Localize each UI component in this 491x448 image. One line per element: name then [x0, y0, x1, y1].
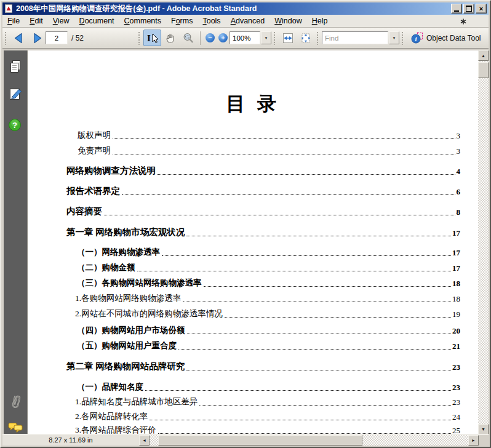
- toolbar-grip[interactable]: [316, 31, 319, 45]
- toc-page-number: 23: [452, 383, 460, 393]
- toc-page-number: 3: [457, 146, 461, 156]
- dot-leader: [158, 174, 455, 175]
- page-size-label: 8.27 x 11.69 in: [2, 436, 139, 444]
- object-data-tool-label: Object Data Tool: [426, 34, 481, 42]
- minimize-button[interactable]: [451, 4, 462, 14]
- toc-entry-label: 1.品牌知名度与品牌城市地区差异: [75, 396, 198, 407]
- toc-page-number: 25: [452, 426, 460, 434]
- toc-row: （五）购物网站用户重合度21: [77, 339, 460, 351]
- toc-page-number: 3: [457, 131, 461, 141]
- toc-entry-label: 版权声明: [78, 130, 111, 141]
- scroll-right-button[interactable]: ►: [468, 435, 479, 446]
- horizontal-scroll-track[interactable]: [150, 435, 468, 446]
- minus-icon: −: [208, 34, 212, 41]
- scroll-down-icon: ▼: [481, 427, 485, 431]
- toc-row: 1.各购物网站网络购物渗透率18: [75, 292, 460, 304]
- svg-text:I: I: [147, 33, 151, 43]
- fit-width-button[interactable]: [279, 30, 297, 46]
- fit-page-button[interactable]: [297, 30, 314, 46]
- document-page: 目 录 版权声明3 免责声明3 网络购物调查方法说明4 报告术语界定6 内容摘要…: [28, 50, 478, 434]
- toc-page-number: 8: [457, 207, 461, 217]
- menu-document[interactable]: Document: [74, 15, 119, 26]
- scroll-left-button[interactable]: ◄: [139, 435, 150, 446]
- toc-entry-label: 2.各网站品牌转化率: [75, 411, 148, 422]
- toc-entry-label: 2.网站在不同城市的网络购物渗透率情况: [75, 308, 223, 319]
- toc-row: （三）各购物网站网络购物渗透率18: [77, 276, 460, 289]
- pages-panel-button[interactable]: [8, 59, 23, 78]
- toc-page-number: 23: [452, 362, 460, 372]
- dot-leader: [186, 236, 451, 236]
- toc-entry-label: （二）购物金额: [77, 262, 135, 273]
- menu-advanced[interactable]: Advanced: [226, 15, 270, 26]
- vertical-scroll-thumb[interactable]: [478, 62, 489, 78]
- toc-entry-label: 报告术语界定: [66, 185, 120, 197]
- horizontal-scroll-thumb[interactable]: [158, 435, 362, 446]
- asterisk-icon: [460, 18, 466, 26]
- scroll-right-icon: ►: [471, 438, 476, 442]
- toc-entry-label: 免责声明: [78, 145, 111, 156]
- maximize-button[interactable]: [463, 4, 474, 14]
- menu-forms[interactable]: Forms: [166, 15, 198, 26]
- menu-bar: File Edit View Document Comments Forms T…: [2, 15, 489, 28]
- menu-window[interactable]: Window: [269, 15, 306, 26]
- hand-tool-icon: [164, 32, 177, 44]
- find-dropdown-button[interactable]: ▼: [389, 31, 399, 44]
- dot-leader: [150, 420, 451, 420]
- dot-leader: [187, 334, 452, 334]
- select-tool-button[interactable]: I: [143, 30, 161, 46]
- menu-edit[interactable]: Edit: [25, 15, 48, 26]
- zoom-dropdown-button[interactable]: ▼: [261, 31, 271, 44]
- acrobat-window: 2008年中国网络购物调查研究报告(全).pdf - Adobe Acrobat…: [0, 0, 491, 448]
- title-bar[interactable]: 2008年中国网络购物调查研究报告(全).pdf - Adobe Acrobat…: [2, 2, 489, 15]
- menu-help[interactable]: Help: [307, 15, 333, 26]
- scroll-left-icon: ◄: [142, 438, 146, 442]
- zoom-out-button[interactable]: −: [206, 33, 215, 42]
- vertical-scroll-track[interactable]: [478, 61, 489, 424]
- toc-row: 1.品牌知名度与品牌城市地区差异23: [75, 395, 460, 407]
- toolbar-grip[interactable]: [273, 31, 276, 45]
- zoom-marquee-tool-button[interactable]: [179, 30, 197, 46]
- dot-leader: [113, 138, 455, 139]
- close-button[interactable]: ×: [476, 4, 487, 14]
- comments-panel-button[interactable]: [8, 86, 24, 105]
- toc-row: （二）购物金额17: [77, 261, 460, 273]
- toc-entry-label: （四）购物网站用户市场份额: [77, 325, 185, 336]
- help-button[interactable]: ?: [8, 118, 22, 134]
- zoom-in-button[interactable]: +: [218, 33, 228, 42]
- toc-entry-label: 内容摘要: [66, 206, 102, 217]
- attachments-tab-button[interactable]: [9, 393, 23, 415]
- dot-leader: [122, 194, 455, 195]
- toc-page-number: 23: [452, 398, 460, 407]
- toc-entry-label: 3.各网站品牌综合评价: [75, 425, 156, 434]
- toc-row: 报告术语界定6: [66, 185, 460, 197]
- zoom-level-input[interactable]: [230, 31, 260, 44]
- toc-page-number: 19: [452, 310, 460, 319]
- paperclip-icon: [7, 391, 25, 414]
- scroll-down-button[interactable]: ▼: [478, 424, 489, 434]
- menu-tools[interactable]: Tools: [198, 15, 225, 26]
- toc-page-number: 17: [452, 228, 460, 238]
- previous-page-button[interactable]: [10, 30, 28, 46]
- next-page-button[interactable]: [28, 30, 46, 46]
- toc-entry-label: （一）品牌知名度: [77, 382, 143, 393]
- toolbar-grip[interactable]: [4, 31, 7, 45]
- menu-file[interactable]: File: [2, 15, 25, 26]
- menu-comments[interactable]: Comments: [119, 15, 166, 26]
- pages-icon: [8, 59, 23, 75]
- menu-view[interactable]: View: [48, 15, 74, 26]
- chevron-down-icon: ▼: [265, 36, 268, 40]
- hand-tool-button[interactable]: [161, 30, 179, 46]
- toc-entry-label: 第二章 网络购物网站品牌研究: [66, 361, 185, 372]
- navigation-panel: ?: [4, 50, 28, 434]
- toolbar: / 52 I − + ▼: [2, 28, 489, 49]
- toolbar-separator: [200, 31, 201, 45]
- scroll-up-icon: ▲: [481, 54, 485, 58]
- find-input[interactable]: [322, 31, 388, 44]
- scroll-up-button[interactable]: ▲: [478, 50, 489, 61]
- toolbar-grip[interactable]: [138, 31, 141, 45]
- toolbar-grip[interactable]: [401, 31, 404, 45]
- vertical-scrollbar: ▲ ▼: [478, 50, 489, 434]
- page-number-input[interactable]: [46, 31, 68, 44]
- object-data-tool-button[interactable]: i Object Data Tool: [407, 30, 485, 46]
- dot-leader: [162, 255, 451, 256]
